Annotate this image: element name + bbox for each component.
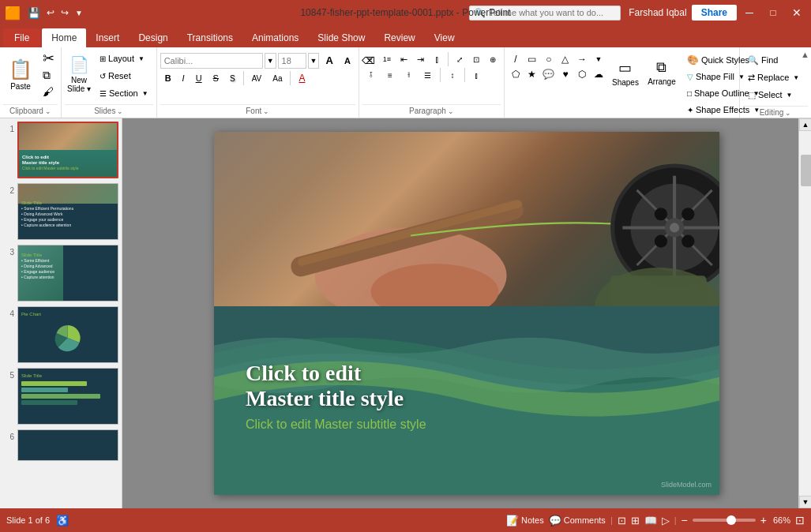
zoom-slider[interactable]	[693, 519, 756, 522]
paste-button[interactable]: 📋 Paste	[3, 51, 38, 98]
redo-icon[interactable]: ↪	[58, 6, 71, 20]
shape-line[interactable]: /	[508, 52, 524, 66]
shape-rect[interactable]: ▭	[524, 52, 540, 66]
italic-button[interactable]: I	[178, 71, 190, 85]
slide-title-line2[interactable]: Master title style	[246, 386, 426, 411]
shape-callout[interactable]: 💬	[541, 67, 557, 81]
format-painter-button[interactable]: 🖌	[39, 84, 58, 99]
increase-font-button[interactable]: A	[321, 52, 337, 69]
tab-home[interactable]: Home	[42, 28, 86, 47]
bullets-button[interactable]: ≡	[362, 52, 377, 66]
font-expand[interactable]: ⌄	[263, 107, 269, 115]
zoom-out-button[interactable]: −	[681, 514, 688, 526]
close-button[interactable]: ✕	[786, 4, 808, 21]
justify-button[interactable]: ☰	[419, 68, 437, 82]
fit-to-window-button[interactable]: ⊡	[795, 514, 805, 526]
slide-thumb-6[interactable]: 6	[3, 429, 118, 461]
tab-review[interactable]: Review	[374, 28, 424, 47]
cut-button[interactable]: ✂	[39, 51, 58, 66]
tab-design[interactable]: Design	[129, 28, 177, 47]
shape-more[interactable]: ▼	[591, 52, 606, 66]
slide-preview-5[interactable]: Slide Title	[17, 368, 118, 425]
select-button[interactable]: ⬚ Select ▼	[743, 87, 808, 103]
collapse-ribbon-button[interactable]: ▲	[801, 49, 809, 60]
layout-button[interactable]: ⊞ Layout ▼	[95, 51, 153, 66]
editing-expand[interactable]: ⌄	[785, 109, 791, 117]
comments-button[interactable]: 💬 Comments	[549, 515, 606, 526]
shape-star[interactable]: ★	[524, 67, 540, 81]
share-button[interactable]: Share	[692, 5, 737, 21]
zoom-in-button[interactable]: +	[760, 514, 767, 526]
shape-heart[interactable]: ♥	[558, 67, 573, 81]
view-reading-button[interactable]: 📖	[644, 515, 657, 526]
font-size-dropdown[interactable]: ▼	[308, 53, 320, 69]
columns-button[interactable]: ⫿	[430, 52, 445, 66]
decrease-font-button[interactable]: A	[340, 54, 355, 68]
undo-icon[interactable]: ↩	[44, 6, 57, 20]
slide-thumb-5[interactable]: 5 Slide Title	[3, 368, 118, 425]
decrease-indent-button[interactable]: ⇤	[396, 52, 411, 66]
shape-triangle[interactable]: △	[558, 52, 573, 66]
save-icon[interactable]: 💾	[25, 6, 43, 21]
shapes-button[interactable]: ▭ Shapes	[610, 52, 641, 93]
shape-oval[interactable]: ○	[541, 52, 557, 66]
font-name-dropdown[interactable]: ▼	[265, 53, 276, 69]
tab-file[interactable]: File	[3, 28, 40, 47]
slide-thumb-1[interactable]: 1 Click to edit Master title style Click…	[3, 122, 118, 178]
bold-button[interactable]: B	[160, 71, 176, 85]
slides-expand[interactable]: ⌄	[117, 107, 123, 115]
char-spacing-button[interactable]: AV	[247, 72, 267, 85]
slide-title-line1[interactable]: Click to edit	[246, 361, 426, 386]
replace-button[interactable]: ⇄ Replace ▼	[743, 69, 808, 85]
columns2-button[interactable]: ⫿	[468, 68, 486, 82]
tab-slideshow[interactable]: Slide Show	[308, 28, 374, 47]
minimize-button[interactable]: ─	[738, 4, 760, 21]
shape-cloud[interactable]: ☁	[591, 67, 606, 81]
slide-subtitle[interactable]: Click to edit Master subtitle style	[246, 418, 426, 432]
align-text-button[interactable]: ⊡	[468, 52, 483, 66]
scroll-up-button[interactable]: ▲	[799, 118, 811, 131]
line-spacing-button[interactable]: ↕	[444, 68, 461, 82]
text-direction-button[interactable]: ⤢	[452, 52, 467, 66]
paragraph-expand[interactable]: ⌄	[448, 107, 454, 115]
shape-cube[interactable]: ⬡	[574, 67, 590, 81]
clipboard-expand[interactable]: ⌄	[45, 107, 51, 115]
font-name-input[interactable]	[160, 53, 263, 69]
tab-animations[interactable]: Animations	[242, 28, 308, 47]
align-right-button[interactable]: ⫲	[400, 68, 418, 82]
font-size-input[interactable]	[278, 53, 306, 69]
restore-button[interactable]: □	[762, 4, 784, 21]
slide-thumb-2[interactable]: 2 Slide Title • Some Efficient Permutati…	[3, 183, 118, 240]
align-center-button[interactable]: ≡	[381, 68, 399, 82]
zoom-slider-thumb[interactable]	[727, 515, 736, 525]
slide-preview-6[interactable]	[17, 429, 118, 461]
slide-canvas[interactable]: Click to edit Master title style Click t…	[214, 132, 719, 495]
scroll-thumb[interactable]	[801, 155, 811, 186]
font-color-button[interactable]: A	[294, 70, 310, 86]
find-button[interactable]: 🔍 Find	[743, 52, 808, 68]
copy-button[interactable]: ⧉	[39, 67, 58, 83]
shadow-button[interactable]: S	[225, 72, 240, 85]
strikethrough-button[interactable]: S	[208, 71, 223, 85]
slide-preview-3[interactable]: Slide Title • Some Efficient • Doing Adv…	[17, 245, 118, 302]
shape-pentagon[interactable]: ⬠	[508, 67, 524, 81]
notes-button[interactable]: 📝 Notes	[506, 515, 544, 526]
customize-icon[interactable]: ▼	[73, 7, 85, 19]
tab-view[interactable]: View	[425, 28, 464, 47]
vertical-scrollbar[interactable]: ▲ ▼	[798, 118, 811, 508]
accessibility-icon[interactable]: ♿	[56, 515, 69, 526]
tab-transitions[interactable]: Transitions	[178, 28, 242, 47]
tab-insert[interactable]: Insert	[86, 28, 129, 47]
slide-thumb-3[interactable]: 3 Slide Title • Some Efficient • Doing A…	[3, 245, 118, 302]
change-case-button[interactable]: Aa	[268, 72, 287, 85]
align-left-button[interactable]: ⫱	[362, 68, 380, 82]
slide-preview-1[interactable]: Click to edit Master title style Click t…	[17, 122, 118, 178]
slide-preview-2[interactable]: Slide Title • Some Efficient Permutation…	[17, 183, 118, 240]
view-normal-button[interactable]: ⊡	[618, 515, 626, 526]
slide-thumb-4[interactable]: 4 Pie Chart	[3, 306, 118, 363]
smartart-button[interactable]: ⊕	[486, 52, 501, 66]
view-slideshow-button[interactable]: ▷	[662, 515, 670, 526]
view-slide-sorter-button[interactable]: ⊞	[631, 515, 640, 526]
numbering-button[interactable]: 1≡	[379, 52, 394, 66]
increase-indent-button[interactable]: ⇥	[413, 52, 428, 66]
